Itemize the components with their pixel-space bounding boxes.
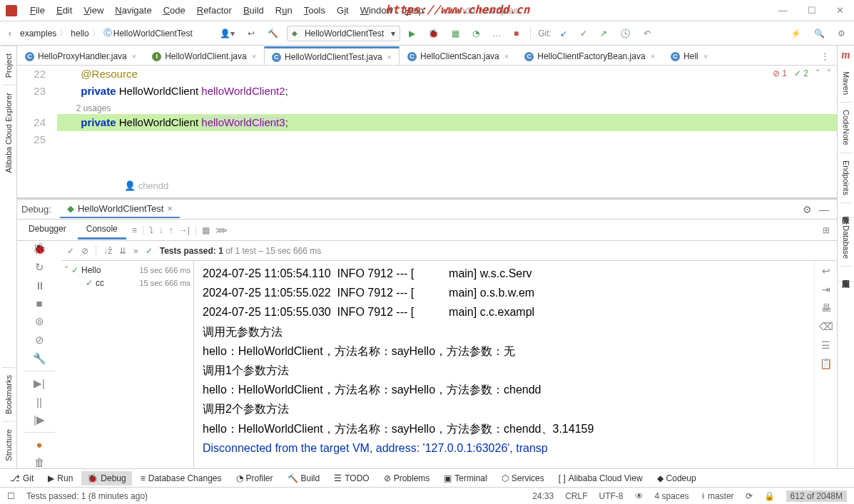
menu-tools[interactable]: Tools xyxy=(300,3,330,18)
bottom-tab-run[interactable]: ▶Run xyxy=(42,471,78,485)
attach-icon[interactable]: … xyxy=(488,26,505,41)
evaluate-icon[interactable]: ▦ xyxy=(202,225,210,235)
maximize-icon[interactable]: ☐ xyxy=(803,4,820,17)
bottom-tab-services[interactable]: ⬡Services xyxy=(496,471,550,485)
check-icon[interactable]: ✓ xyxy=(67,246,74,256)
bottom-tab-profiler[interactable]: ◔Profiler xyxy=(230,471,279,485)
debug-session-tab[interactable]: ◆HelloWorldClientTest× xyxy=(60,200,180,218)
close-tab-icon[interactable]: × xyxy=(252,52,256,61)
tool-tab-maven[interactable]: Maven xyxy=(840,64,853,103)
console-output[interactable]: 2024-07-25 11:05:54.110 INFO 7912 --- [ … xyxy=(194,261,814,468)
git-push-icon[interactable]: ↗ xyxy=(596,26,611,41)
menu-build[interactable]: Build xyxy=(239,3,268,18)
code-lines[interactable]: @Resource private HelloWorldClient hello… xyxy=(57,66,837,180)
debug-hide-icon[interactable]: — xyxy=(815,202,833,217)
more-icon[interactable]: » xyxy=(133,246,138,256)
export-icon[interactable]: 📋 xyxy=(820,358,832,369)
editor-tab[interactable]: CHelloClientScan.java× xyxy=(400,47,517,65)
sync-icon[interactable]: ⟳ xyxy=(746,491,753,501)
menu-file[interactable]: File xyxy=(26,3,49,18)
step-over-icon[interactable]: ⤵ xyxy=(149,225,153,235)
lock-icon[interactable]: 🔒 xyxy=(764,491,775,501)
settings-icon[interactable]: ⚙ xyxy=(833,26,850,41)
editor-tab[interactable]: CHelloProxyHandler.java× xyxy=(17,47,144,65)
resume-icon[interactable]: ↻ xyxy=(35,261,44,274)
test-tree-item[interactable]: ✓cc15 sec 666 ms xyxy=(64,277,190,289)
breadcrumb-item[interactable]: examples xyxy=(20,29,56,38)
run-config-dropdown[interactable]: HelloWorldClientTest xyxy=(287,26,400,41)
profile-icon[interactable]: ◔ xyxy=(468,26,484,41)
tool-tab-database[interactable]: Database xyxy=(840,218,853,267)
run-icon[interactable]: ▶ xyxy=(405,26,420,41)
menu-navigate[interactable]: Navigate xyxy=(111,3,156,18)
bottom-tab-database-changes[interactable]: ≡Database Changes xyxy=(135,471,228,485)
close-tab-icon[interactable]: × xyxy=(132,52,136,61)
console-tab[interactable]: Console xyxy=(78,220,126,240)
layout-icon[interactable]: ⊞ xyxy=(823,225,837,235)
tool-tab-alibaba[interactable]: Alibaba Cloud Explorer xyxy=(2,85,15,180)
expand-icon[interactable]: ⇊ xyxy=(119,246,126,256)
sort-icon[interactable]: ↓ẑ xyxy=(103,246,112,256)
tool-tab-codenote[interactable]: CodeNote xyxy=(840,103,853,153)
coverage-icon[interactable]: ▦ xyxy=(447,26,464,41)
caret-position[interactable]: 24:33 xyxy=(532,491,554,501)
menu-git[interactable]: Git xyxy=(332,3,353,18)
close-icon[interactable]: ✕ xyxy=(832,4,848,17)
user-icon[interactable]: 👤▾ xyxy=(215,26,239,41)
bottom-tab-debug[interactable]: 🐞Debug xyxy=(81,471,131,485)
menu-view[interactable]: View xyxy=(79,3,108,18)
step-out-icon[interactable]: ↑ xyxy=(169,225,173,235)
bottom-tab-git[interactable]: ⎇Git xyxy=(4,471,39,485)
warning-count[interactable]: ✓ 2 xyxy=(794,68,808,78)
minimize-icon[interactable]: — xyxy=(774,4,792,17)
thread-dump-icon[interactable]: |▶ xyxy=(34,413,45,426)
maven-icon[interactable]: m xyxy=(841,46,850,64)
pause-icon[interactable]: ⏸ xyxy=(34,279,45,292)
bottom-tab-todo[interactable]: ☰TODO xyxy=(328,471,375,485)
tool-tab-observer[interactable]: 应用观测器 xyxy=(838,267,853,282)
view-breakpoints-icon[interactable]: ⊚ xyxy=(35,315,44,328)
memory-indicator[interactable]: 612 of 2048M xyxy=(786,490,847,502)
git-branch[interactable]: ᚼ master xyxy=(701,491,734,501)
tool-tab-project[interactable]: Project xyxy=(2,46,15,85)
error-count[interactable]: ⊘ 1 xyxy=(773,68,787,78)
bottom-tab-terminal[interactable]: ▣Terminal xyxy=(438,471,492,485)
close-tab-icon[interactable]: × xyxy=(387,53,392,61)
bottom-tab-build[interactable]: 🔨Build xyxy=(282,471,326,485)
tool-tab-microservice[interactable]: 微服务 xyxy=(838,203,853,218)
editor-tab[interactable]: CHell× xyxy=(663,47,716,65)
filter-console-icon[interactable]: ☰ xyxy=(821,339,830,351)
gc-icon[interactable]: 🗑 xyxy=(34,456,45,468)
editor-tab[interactable]: CHelloWorldClientTest.java× xyxy=(264,46,400,66)
line-separator[interactable]: CRLF xyxy=(565,491,587,501)
clear-icon[interactable]: ⌫ xyxy=(819,321,833,332)
bottom-tab-problems[interactable]: ⊘Problems xyxy=(378,471,436,485)
frames-icon[interactable]: || xyxy=(36,396,42,408)
stop-icon[interactable]: ■ xyxy=(509,26,523,41)
trace-icon[interactable]: ⋙ xyxy=(215,225,228,235)
hammer-icon[interactable]: 🔨 xyxy=(263,26,283,41)
bottom-tab-codeup[interactable]: ◆Codeup xyxy=(651,471,702,485)
debugger-tab[interactable]: Debugger xyxy=(20,220,75,240)
filter-icon[interactable]: ⊘ xyxy=(81,246,88,256)
tool-tab-structure[interactable]: Structure xyxy=(2,421,15,468)
run-to-cursor-icon[interactable]: →| xyxy=(179,225,190,235)
tool-tab-endpoints[interactable]: Endpoints xyxy=(840,153,853,203)
menu-help[interactable]: Help xyxy=(400,3,428,18)
status-lock-icon[interactable]: ☐ xyxy=(7,491,15,501)
close-tab-icon[interactable]: × xyxy=(703,52,708,61)
soft-wrap-icon[interactable]: ↩ xyxy=(822,265,830,277)
editor-tab[interactable]: IHelloWorldClient.java× xyxy=(144,47,264,65)
code-editor[interactable]: ⊘ 1 ✓ 2 ˄ ˅ 22232425 @Resource private H… xyxy=(17,66,837,180)
hotswap-icon[interactable]: ● xyxy=(36,438,42,451)
debug-icon[interactable]: 🐞 xyxy=(424,26,443,41)
chevron-up-icon[interactable]: ˄ xyxy=(815,68,820,78)
git-rollback-icon[interactable]: ↶ xyxy=(639,26,655,41)
rerun-icon[interactable]: 🐞 xyxy=(33,242,46,255)
menu-refactor[interactable]: Refactor xyxy=(193,3,236,18)
indent[interactable]: 4 spaces xyxy=(655,491,689,501)
git-commit-icon[interactable]: ✓ xyxy=(576,26,591,41)
bottom-tab-alibaba-cloud-view[interactable]: [ ]Alibaba Cloud View xyxy=(553,471,649,485)
close-tab-icon[interactable]: × xyxy=(167,203,173,214)
tool-tab-bookmarks[interactable]: Bookmarks xyxy=(2,367,15,421)
